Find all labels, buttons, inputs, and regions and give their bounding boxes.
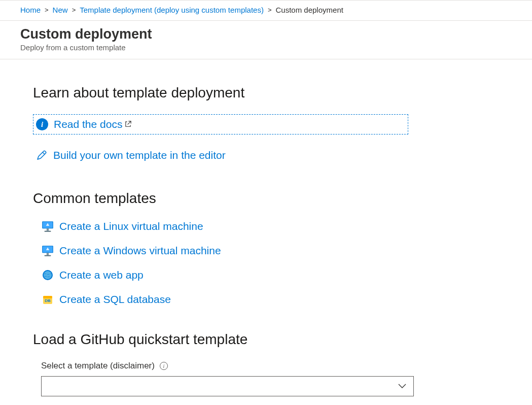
select-template-label: Select a template (disclaimer) (41, 361, 155, 371)
svg-rect-9 (47, 253, 49, 255)
read-docs-link[interactable]: Read the docs (54, 118, 132, 130)
globe-icon (41, 268, 54, 282)
database-icon: DB (41, 293, 54, 306)
template-select[interactable] (41, 376, 414, 396)
breadcrumb-separator: > (72, 6, 76, 14)
page-title: Custom deployment (20, 26, 522, 42)
build-template-row[interactable]: Build your own template in the editor (33, 146, 499, 165)
info-tooltip-icon[interactable]: i (160, 362, 168, 370)
breadcrumb: Home > New > Template deployment (deploy… (0, 1, 532, 21)
breadcrumb-separator: > (268, 6, 272, 14)
svg-text:DB: DB (45, 298, 51, 303)
breadcrumb-home[interactable]: Home (20, 6, 41, 14)
template-select-wrap (41, 376, 414, 396)
svg-point-12 (44, 271, 52, 279)
template-sql-database-link[interactable]: Create a SQL database (59, 293, 171, 306)
breadcrumb-new[interactable]: New (53, 6, 68, 14)
breadcrumb-template-deployment[interactable]: Template deployment (deploy using custom… (80, 6, 264, 14)
select-template-label-row: Select a template (disclaimer) i (41, 361, 499, 371)
read-docs-row[interactable]: i Read the docs (33, 114, 408, 134)
svg-rect-4 (47, 229, 49, 231)
template-windows-vm[interactable]: Create a Windows virtual machine (41, 244, 499, 257)
github-heading: Load a GitHub quickstart template (33, 331, 499, 348)
breadcrumb-current: Custom deployment (276, 6, 343, 14)
template-web-app-link[interactable]: Create a web app (59, 269, 144, 281)
common-templates-heading: Common templates (33, 190, 499, 207)
template-linux-vm-link[interactable]: Create a Linux virtual machine (59, 220, 203, 232)
learn-heading: Learn about template deployment (33, 85, 499, 101)
template-web-app[interactable]: Create a web app (41, 268, 499, 282)
pencil-icon (35, 149, 48, 162)
page-subtitle: Deploy from a custom template (20, 43, 522, 52)
svg-line-0 (43, 152, 45, 154)
external-link-icon (124, 118, 132, 130)
breadcrumb-separator: > (45, 6, 49, 14)
main-content: Learn about template deployment i Read t… (0, 59, 532, 405)
info-icon: i (36, 118, 49, 131)
svg-rect-5 (45, 231, 51, 232)
vm-icon (41, 244, 54, 257)
svg-rect-10 (45, 255, 51, 256)
build-template-link[interactable]: Build your own template in the editor (53, 149, 226, 161)
vm-icon (41, 220, 54, 233)
page-header: Custom deployment Deploy from a custom t… (0, 21, 532, 59)
common-templates-list: Create a Linux virtual machine Create a … (33, 220, 499, 306)
github-quickstart-section: Load a GitHub quickstart template Select… (33, 331, 499, 396)
template-sql-database[interactable]: DB Create a SQL database (41, 293, 499, 306)
template-windows-vm-link[interactable]: Create a Windows virtual machine (59, 245, 221, 257)
chevron-down-icon (398, 382, 406, 390)
template-linux-vm[interactable]: Create a Linux virtual machine (41, 220, 499, 233)
